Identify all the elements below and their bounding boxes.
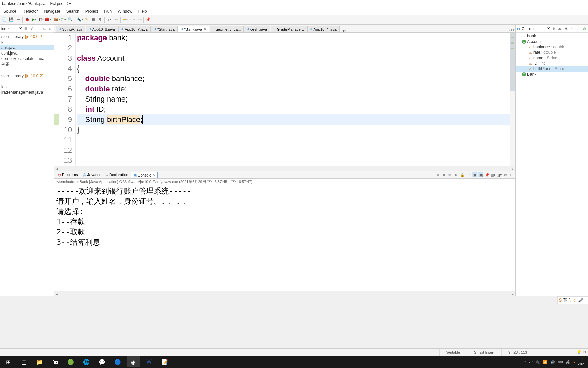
open-console-icon[interactable]: ◨▾ bbox=[497, 172, 502, 177]
pin-icon[interactable]: 📌 bbox=[145, 17, 151, 23]
notes-icon[interactable]: 📝 bbox=[158, 356, 172, 367]
scroll-right-icon[interactable]: ▸ bbox=[512, 167, 514, 171]
outline-item[interactable]: ›CBank bbox=[516, 72, 588, 77]
scroll-left-icon[interactable]: ◂ bbox=[56, 292, 58, 296]
explorer-tree[interactable]: stem Library [jre10.0.2]kank.javaeshi.ja… bbox=[0, 33, 54, 296]
prev-annotation-icon[interactable]: ↑ bbox=[113, 17, 119, 23]
word-icon[interactable]: W bbox=[142, 356, 156, 367]
view-menu-icon[interactable]: ⋮ bbox=[36, 26, 40, 31]
editor-tab[interactable]: J*Start.java bbox=[151, 26, 178, 32]
next-annotation-icon[interactable]: ↓ bbox=[106, 17, 112, 23]
task-view-icon[interactable]: ▢ bbox=[17, 356, 31, 367]
tab-javadoc[interactable]: @Javadoc bbox=[80, 172, 103, 178]
maximize-view-icon[interactable]: □ bbox=[48, 26, 53, 31]
console-output[interactable]: -----欢迎来到银行账户管理系统----- 请开户，输入姓名，身份证号。。。。… bbox=[54, 185, 515, 291]
remove-launch-icon[interactable]: ✖ bbox=[442, 172, 446, 177]
last-edit-icon[interactable]: ↩ bbox=[122, 17, 128, 23]
explorer-item[interactable]: stem Library [jre10.0.2] bbox=[0, 73, 54, 79]
focus-icon[interactable]: ⊕ bbox=[551, 26, 556, 31]
code-text[interactable]: package bank;class Account{ double banla… bbox=[76, 33, 510, 166]
menu-project[interactable]: Project bbox=[83, 8, 100, 14]
tab-console[interactable]: ▣Console✕ bbox=[131, 172, 158, 178]
start-icon[interactable]: ⊞ bbox=[1, 356, 15, 367]
ime-panel[interactable]: S 英 °, ☺ 🎤 bbox=[557, 296, 588, 304]
minimize-view-icon[interactable]: ▭ bbox=[42, 26, 47, 31]
min-editor-icon[interactable]: ▭ bbox=[507, 28, 510, 32]
minimize-icon[interactable]: — bbox=[581, 1, 586, 6]
editor-tab[interactable]: J*Bank.java✕ bbox=[178, 26, 209, 32]
explorer-item[interactable]: 例题 bbox=[0, 61, 54, 68]
hide-static-icon[interactable]: ˢ bbox=[570, 26, 574, 31]
max-editor-icon[interactable]: □ bbox=[511, 28, 514, 32]
app-blue-icon[interactable]: 🔵 bbox=[111, 356, 125, 367]
scroll-right-icon[interactable]: ▸ bbox=[512, 292, 514, 296]
eclipse-icon[interactable]: ◉ bbox=[127, 356, 140, 367]
system-tray[interactable]: ^ 🛡 🔌 📶 🔊 ⌨ 英 S 1 202 bbox=[522, 358, 587, 366]
hide-nonpublic-icon[interactable]: ◌ bbox=[576, 26, 581, 31]
outline-item[interactable]: ▪bank bbox=[516, 33, 588, 39]
tip-icon[interactable]: 💡 bbox=[577, 350, 582, 354]
editor-tab[interactable]: Jgeometry_ca... bbox=[210, 26, 244, 32]
run-icon[interactable]: ▶ bbox=[31, 17, 37, 23]
collapse-all-icon[interactable]: ⊟ bbox=[23, 26, 28, 31]
toggle-block-icon[interactable]: ▦ bbox=[90, 17, 96, 23]
store-icon[interactable]: 🛍 bbox=[48, 356, 62, 367]
scroll-lock-icon[interactable]: 🔒 bbox=[460, 172, 465, 177]
editor-tab[interactable]: JGradeManage... bbox=[271, 26, 307, 32]
editor-tab[interactable]: JStringA.java bbox=[56, 26, 85, 32]
new-icon[interactable]: 📄 bbox=[1, 17, 7, 23]
explorer-item[interactable]: iradeManagement.java bbox=[0, 90, 54, 95]
menu-refactor[interactable]: Refactor bbox=[20, 8, 40, 14]
outline-item[interactable]: △banlance : double bbox=[516, 44, 588, 50]
close-view-icon[interactable]: ✕ bbox=[19, 26, 22, 31]
menu-run[interactable]: Run bbox=[102, 8, 114, 14]
explorer-item[interactable]: stem Library [jre10.0.2] bbox=[0, 34, 54, 40]
outline-item[interactable]: △name : String bbox=[516, 55, 588, 61]
tab-declaration[interactable]: ≡Declaration bbox=[104, 172, 130, 178]
show-on-stdout-icon[interactable]: ▣ bbox=[472, 172, 477, 177]
search-icon[interactable]: 🔦 bbox=[77, 17, 83, 23]
hide-local-icon[interactable]: ◍ bbox=[582, 26, 587, 31]
file-explorer-icon[interactable]: 📁 bbox=[33, 356, 46, 367]
menu-window[interactable]: Window bbox=[116, 8, 134, 14]
editor-tab[interactable]: JApp10_7.java bbox=[118, 26, 151, 32]
wechat-icon[interactable]: 💬 bbox=[95, 356, 109, 367]
menu-help[interactable]: Help bbox=[136, 8, 149, 14]
updates-icon[interactable]: ↻ bbox=[583, 350, 586, 354]
coverage-icon[interactable]: ◧ bbox=[38, 17, 44, 23]
debug-icon[interactable]: 🐞 bbox=[24, 17, 30, 23]
new-package-icon[interactable]: 📦 bbox=[54, 17, 60, 23]
explorer-item[interactable]: lent bbox=[0, 84, 54, 90]
outline-item[interactable]: △birthPlace : String bbox=[516, 66, 588, 72]
outline-item[interactable]: ⌄CAccount bbox=[516, 39, 588, 44]
remove-all-icon[interactable]: ⛒ bbox=[448, 172, 453, 177]
link-editor-icon[interactable]: ⇄ bbox=[30, 26, 34, 31]
clear-console-icon[interactable]: 🗎 bbox=[454, 172, 459, 177]
menu-search[interactable]: Search bbox=[64, 8, 81, 14]
new-class-icon[interactable]: Ⓒ bbox=[61, 17, 67, 23]
save-icon[interactable]: 💾 bbox=[8, 17, 14, 23]
menu-navigate[interactable]: Navigate bbox=[42, 8, 62, 14]
editor-tab[interactable]: Jceshi.java bbox=[244, 26, 270, 32]
overview-ruler[interactable] bbox=[510, 33, 515, 166]
show-whitespace-icon[interactable]: ¶ bbox=[97, 17, 103, 23]
tray-defender-icon[interactable]: 🛡 bbox=[529, 360, 533, 364]
scroll-left-icon[interactable]: ◂ bbox=[56, 167, 58, 171]
show-on-stderr-icon[interactable]: ▣ bbox=[478, 172, 483, 177]
forward-icon[interactable]: → bbox=[136, 17, 142, 23]
ext-tools-icon[interactable]: 🧰 bbox=[45, 17, 51, 23]
editor-tab[interactable]: JApp10_6.java bbox=[86, 26, 118, 32]
explorer-item[interactable]: k bbox=[0, 40, 54, 45]
close-outline-icon[interactable]: ✕ bbox=[547, 26, 550, 31]
editor-scrollbar-h[interactable]: ◂ ▸ bbox=[54, 166, 515, 171]
sort-icon[interactable]: a͢z bbox=[557, 26, 562, 31]
min-bottom-icon[interactable]: ▭ bbox=[503, 172, 508, 177]
outline-tree[interactable]: ▪bank⌄CAccount△banlance : double△rate : … bbox=[516, 33, 588, 296]
word-wrap-icon[interactable]: ↩ bbox=[466, 172, 471, 177]
max-bottom-icon[interactable]: □ bbox=[509, 172, 514, 177]
pin-console-icon[interactable]: 📌 bbox=[485, 172, 489, 177]
close-tab-icon[interactable]: ✕ bbox=[152, 173, 155, 177]
save-all-icon[interactable]: 🗃 bbox=[15, 17, 21, 23]
explorer-item[interactable]: eshi.java bbox=[0, 50, 54, 56]
tray-up-icon[interactable]: ^ bbox=[524, 360, 526, 364]
